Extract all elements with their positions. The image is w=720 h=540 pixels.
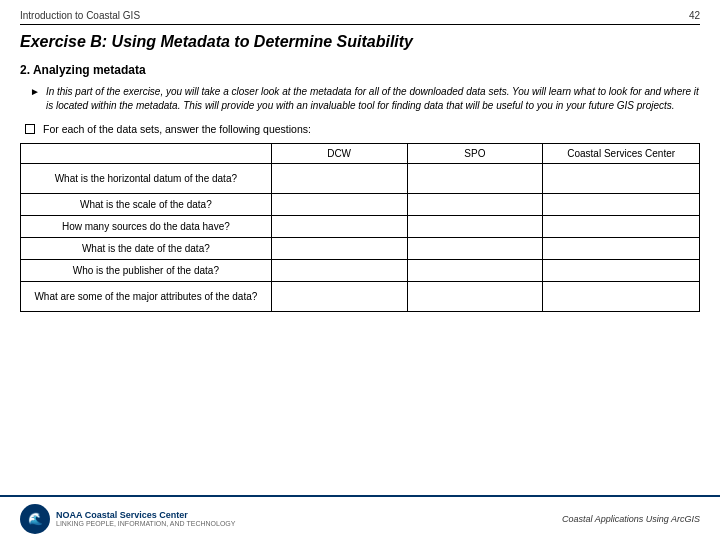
noaa-subtitle: LINKING PEOPLE, INFORMATION, AND TECHNOL… — [56, 520, 235, 527]
col-header-csc: Coastal Services Center — [543, 144, 700, 164]
row-label: What is the scale of the data? — [21, 194, 272, 216]
row-label: What is the horizontal datum of the data… — [21, 164, 272, 194]
table-cell-spo-5 — [407, 282, 543, 312]
col-header-dcw: DCW — [271, 144, 407, 164]
table-row: What is the horizontal datum of the data… — [21, 164, 700, 194]
exercise-title: Exercise B: Using Metadata to Determine … — [20, 33, 700, 51]
col-header-spo: SPO — [407, 144, 543, 164]
table-cell-spo-2 — [407, 216, 543, 238]
table-cell-spo-4 — [407, 260, 543, 282]
row-label: What is the date of the data? — [21, 238, 272, 260]
bullet-section: ► In this part of the exercise, you will… — [20, 85, 700, 113]
noaa-logo-icon: 🌊 — [20, 504, 50, 534]
table-cell-csc-4 — [543, 260, 700, 282]
header-bar: Introduction to Coastal GIS 42 — [20, 10, 700, 25]
table-row: What is the date of the data? — [21, 238, 700, 260]
noaa-title: NOAA Coastal Services Center — [56, 510, 235, 520]
section-title: 2. Analyzing metadata — [20, 63, 700, 77]
table-cell-dcw-5 — [271, 282, 407, 312]
table-cell-csc-5 — [543, 282, 700, 312]
bullet-arrow-icon: ► — [30, 86, 40, 97]
table-cell-csc-1 — [543, 194, 700, 216]
footer-right-text: Coastal Applications Using ArcGIS — [562, 514, 700, 524]
footer-logo: 🌊 NOAA Coastal Services Center LINKING P… — [20, 504, 235, 534]
page-number: 42 — [689, 10, 700, 21]
table-cell-csc-2 — [543, 216, 700, 238]
question-text: For each of the data sets, answer the fo… — [43, 123, 311, 135]
table-cell-dcw-2 — [271, 216, 407, 238]
data-table: DCW SPO Coastal Services Center What is … — [20, 143, 700, 312]
question-section: For each of the data sets, answer the fo… — [20, 123, 700, 135]
page-container: Introduction to Coastal GIS 42 Exercise … — [0, 0, 720, 540]
table-cell-csc-3 — [543, 238, 700, 260]
noaa-text: NOAA Coastal Services Center LINKING PEO… — [56, 510, 235, 527]
table-row: What is the scale of the data? — [21, 194, 700, 216]
col-header-empty — [21, 144, 272, 164]
row-label: What are some of the major attributes of… — [21, 282, 272, 312]
row-label: Who is the publisher of the data? — [21, 260, 272, 282]
table-cell-spo-1 — [407, 194, 543, 216]
table-cell-dcw-3 — [271, 238, 407, 260]
question-checkbox — [25, 124, 35, 134]
logo-wave-icon: 🌊 — [28, 512, 43, 526]
table-cell-dcw-0 — [271, 164, 407, 194]
footer: 🌊 NOAA Coastal Services Center LINKING P… — [0, 495, 720, 540]
table-cell-spo-3 — [407, 238, 543, 260]
table-cell-dcw-1 — [271, 194, 407, 216]
bullet-text: In this part of the exercise, you will t… — [46, 85, 700, 113]
row-label: How many sources do the data have? — [21, 216, 272, 238]
table-row: What are some of the major attributes of… — [21, 282, 700, 312]
table-row: How many sources do the data have? — [21, 216, 700, 238]
table-cell-dcw-4 — [271, 260, 407, 282]
table-row: Who is the publisher of the data? — [21, 260, 700, 282]
header-title: Introduction to Coastal GIS — [20, 10, 140, 21]
table-cell-spo-0 — [407, 164, 543, 194]
table-cell-csc-0 — [543, 164, 700, 194]
